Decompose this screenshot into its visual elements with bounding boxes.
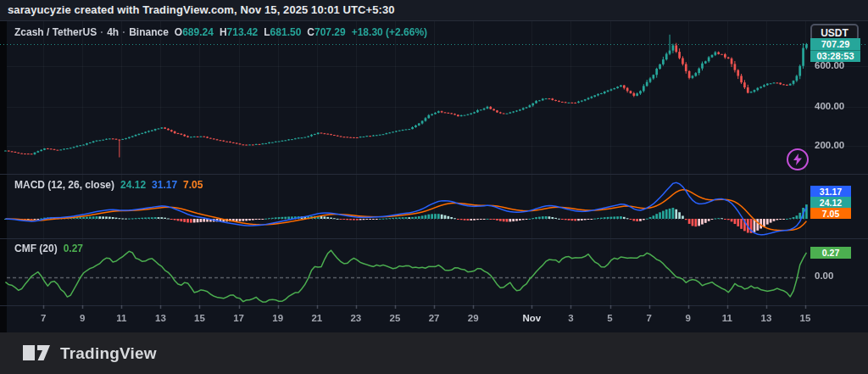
chart-area: Zcash / TetherUS·4h·BinanceO689.24H713.4…	[0, 21, 868, 332]
tradingview-snapshot: sarayucyzie created with TradingView.com…	[0, 0, 868, 374]
tradingview-footer: TradingView	[0, 332, 868, 374]
tradingview-logo-mark	[23, 344, 53, 362]
attribution-bar: sarayucyzie created with TradingView.com…	[0, 0, 868, 21]
tradingview-logo[interactable]: TradingView	[23, 344, 157, 363]
attribution-text: sarayucyzie created with TradingView.com…	[8, 3, 395, 16]
chart-canvas[interactable]	[0, 21, 868, 332]
tradingview-wordmark: TradingView	[60, 344, 157, 363]
